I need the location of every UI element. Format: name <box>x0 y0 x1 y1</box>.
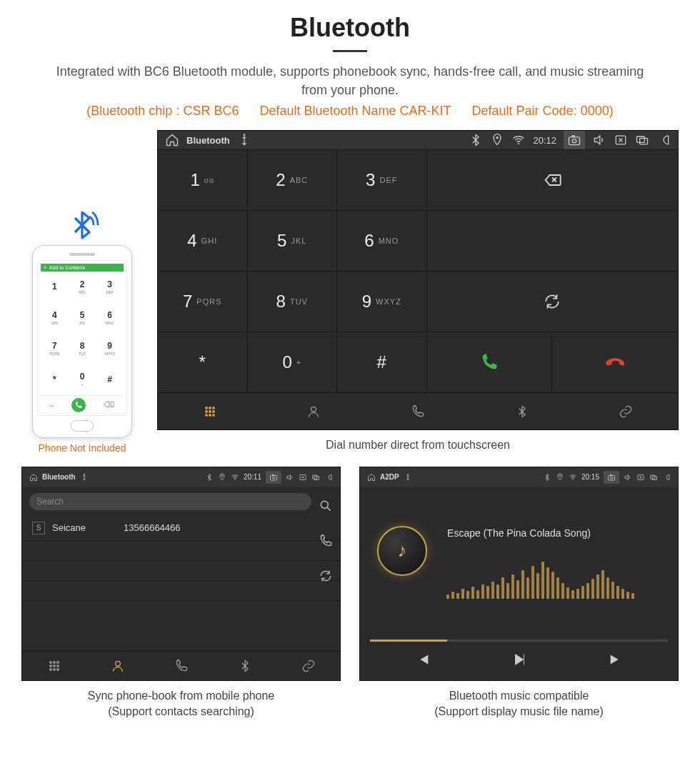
prev-button[interactable] <box>415 652 431 670</box>
title-underline <box>333 50 367 52</box>
call-button[interactable] <box>427 332 553 392</box>
volume-icon[interactable] <box>624 473 632 482</box>
bluetooth-icon <box>205 473 214 482</box>
close-app-icon[interactable] <box>614 133 628 147</box>
home-icon[interactable] <box>165 133 179 147</box>
progress-bar[interactable] <box>370 640 668 642</box>
play-pause-button[interactable] <box>511 652 527 670</box>
sync-icon[interactable] <box>319 569 333 585</box>
recent-apps-icon[interactable] <box>311 473 320 482</box>
key-0[interactable]: 0+ <box>248 332 338 392</box>
music-caption: Bluetooth music compatible (Support disp… <box>359 688 679 720</box>
tab-bluetooth[interactable] <box>213 652 276 680</box>
home-icon[interactable] <box>367 473 376 482</box>
phone-caption: Phone Not Included <box>21 442 143 454</box>
wifi-icon <box>231 473 239 482</box>
key-4[interactable]: 4GHI <box>158 211 248 271</box>
back-icon[interactable] <box>324 473 333 482</box>
usb-icon <box>237 133 251 147</box>
key-6[interactable]: 6MNO <box>337 211 427 271</box>
equalizer <box>446 549 634 599</box>
contact-row-empty <box>22 541 340 561</box>
tab-bluetooth[interactable] <box>470 393 574 430</box>
phone-add-contacts: +Add to Contacts <box>41 264 124 272</box>
backspace-icon: ⌫ <box>104 400 115 409</box>
sync-button[interactable] <box>427 272 678 332</box>
location-icon <box>490 133 504 147</box>
camera-icon[interactable] <box>604 471 619 484</box>
recent-apps-icon[interactable] <box>649 473 658 482</box>
bluetooth-icon <box>469 133 483 147</box>
home-icon[interactable] <box>29 473 38 482</box>
tab-keypad[interactable] <box>158 393 262 430</box>
tab-keypad[interactable] <box>22 652 86 680</box>
usb-icon <box>404 473 412 482</box>
key-5[interactable]: 5JKL <box>248 211 338 271</box>
contact-row-empty <box>22 561 340 581</box>
backspace-button[interactable] <box>427 150 678 210</box>
headunit-music: A2DP 20:15 Escape (The Pina Colada Song)… <box>359 467 679 681</box>
close-app-icon[interactable] <box>299 473 307 482</box>
phone-column: +Add to Contacts 12ABC3DEF4GHI5JKL6MNO7P… <box>21 208 143 454</box>
key-7[interactable]: 7PQRS <box>158 272 248 332</box>
dialer-caption: Dial number direct from touchscreen <box>157 437 679 453</box>
key-8[interactable]: 8TUV <box>248 272 338 332</box>
location-icon <box>218 473 226 482</box>
tab-contacts[interactable] <box>262 393 366 430</box>
search-input[interactable]: Search <box>29 493 311 510</box>
tab-contacts[interactable] <box>86 652 149 680</box>
empty-cell <box>427 211 678 271</box>
volume-icon[interactable] <box>592 133 606 147</box>
chip-label: (Bluetooth chip : CSR BC6 <box>86 104 239 118</box>
close-app-icon[interactable] <box>636 473 645 482</box>
headunit-contacts: Bluetooth 20:11 Search S Seicane 1356666… <box>21 467 341 681</box>
phone-keypad: 12ABC3DEF4GHI5JKL6MNO7PQRS8TUV9WXYZ*0+# <box>41 272 124 395</box>
call-icon[interactable] <box>319 534 333 550</box>
wifi-icon <box>569 473 577 482</box>
dial-button-icon <box>71 398 86 412</box>
usb-icon <box>80 473 89 482</box>
app-title: Bluetooth <box>42 473 76 481</box>
contact-row[interactable]: S Seicane 13566664466 <box>22 516 340 541</box>
key-1[interactable]: 1oo <box>158 150 248 210</box>
status-bar-music: A2DP 20:15 <box>360 467 678 487</box>
clock: 20:15 <box>581 473 599 481</box>
camera-icon[interactable] <box>564 131 585 149</box>
next-button[interactable] <box>608 652 624 670</box>
track-title: Escape (The Pina Colada Song) <box>447 527 591 539</box>
page-title: Bluetooth <box>0 13 700 43</box>
back-icon[interactable] <box>662 473 671 482</box>
pair-code-label: Default Pair Code: 0000) <box>472 104 614 118</box>
key-3[interactable]: 3DEF <box>337 150 427 210</box>
headunit-dialer: Bluetooth 20:12 1oo 2ABC 3DEF 4G <box>157 130 679 430</box>
recent-apps-icon[interactable] <box>635 133 649 147</box>
volume-icon[interactable] <box>286 473 294 482</box>
contact-initial: S <box>32 522 45 534</box>
tab-pair[interactable] <box>574 393 678 430</box>
search-placeholder: Search <box>36 497 64 507</box>
camera-icon[interactable] <box>266 471 281 484</box>
key-hash[interactable]: # <box>337 332 427 392</box>
phone-mock: +Add to Contacts 12ABC3DEF4GHI5JKL6MNO7P… <box>32 245 132 438</box>
bluetooth-icon <box>543 473 551 482</box>
clock: 20:11 <box>244 473 261 481</box>
status-bar: Bluetooth 20:12 <box>158 131 678 149</box>
bluetooth-signal-icon <box>65 208 99 242</box>
clock: 20:12 <box>533 135 556 146</box>
contact-name: Seicane <box>52 522 116 533</box>
key-2[interactable]: 2ABC <box>248 150 338 210</box>
tab-calls[interactable] <box>149 652 213 680</box>
bt-name-label: Default Bluetooth Name CAR-KIT <box>259 104 451 118</box>
hangup-button[interactable] <box>552 332 678 392</box>
sim-icon: ▭ <box>49 402 54 408</box>
tab-calls[interactable] <box>366 393 470 430</box>
key-star[interactable]: * <box>158 332 248 392</box>
key-9[interactable]: 9WXYZ <box>337 272 427 332</box>
subtitle: Integrated with BC6 Bluetooth module, su… <box>0 62 700 99</box>
album-art: ♪ <box>377 526 427 576</box>
search-icon[interactable] <box>319 499 333 515</box>
back-icon[interactable] <box>656 133 671 147</box>
app-title: Bluetooth <box>186 135 230 146</box>
tab-pair[interactable] <box>276 652 340 680</box>
wifi-icon <box>511 133 526 147</box>
